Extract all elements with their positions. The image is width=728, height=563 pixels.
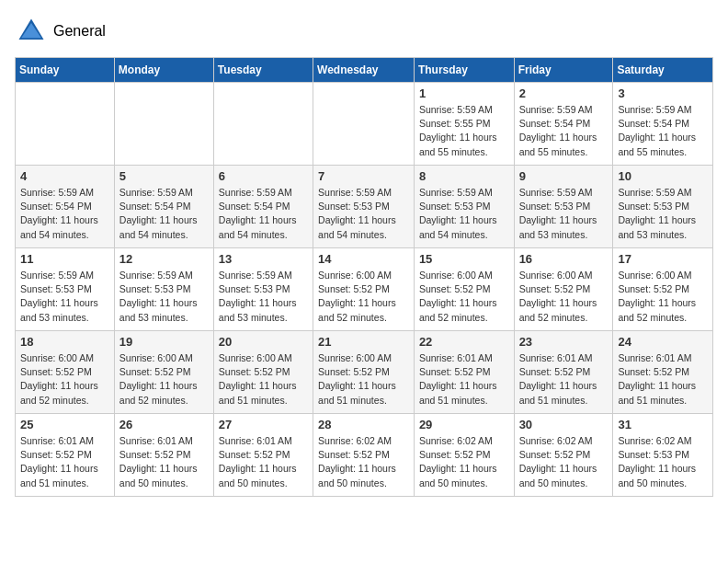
day-cell: 24 Sunrise: 6:01 AM Sunset: 5:52 PM Dayl…: [613, 331, 713, 414]
day-cell: 9 Sunrise: 5:59 AM Sunset: 5:53 PM Dayli…: [514, 166, 613, 248]
header-friday: Friday: [514, 58, 613, 83]
day-info: Sunrise: 6:00 AM Sunset: 5:52 PM Dayligh…: [219, 351, 308, 408]
day-info: Sunrise: 6:01 AM Sunset: 5:52 PM Dayligh…: [119, 434, 209, 490]
day-info: Sunrise: 6:00 AM Sunset: 5:52 PM Dayligh…: [519, 269, 609, 325]
day-number: 16: [519, 252, 609, 266]
day-cell: 30 Sunrise: 6:02 AM Sunset: 5:52 PM Dayl…: [514, 414, 613, 497]
day-info: Sunrise: 5:59 AM Sunset: 5:54 PM Dayligh…: [20, 186, 109, 242]
day-cell: 14 Sunrise: 6:00 AM Sunset: 5:52 PM Dayl…: [313, 248, 415, 331]
day-number: 6: [219, 169, 308, 183]
day-info: Sunrise: 6:01 AM Sunset: 5:52 PM Dayligh…: [519, 351, 609, 408]
day-number: 14: [318, 252, 409, 266]
day-info: Sunrise: 6:02 AM Sunset: 5:52 PM Dayligh…: [318, 434, 409, 490]
day-number: 11: [20, 252, 109, 266]
week-row-5: 25 Sunrise: 6:01 AM Sunset: 5:52 PM Dayl…: [16, 414, 713, 497]
day-cell: 8 Sunrise: 5:59 AM Sunset: 5:53 PM Dayli…: [414, 166, 514, 248]
day-cell: 6 Sunrise: 5:59 AM Sunset: 5:54 PM Dayli…: [213, 166, 313, 248]
day-number: 15: [419, 252, 509, 266]
day-info: Sunrise: 5:59 AM Sunset: 5:53 PM Dayligh…: [219, 269, 308, 325]
day-number: 25: [20, 418, 109, 431]
week-row-1: 1 Sunrise: 5:59 AM Sunset: 5:55 PM Dayli…: [16, 83, 713, 166]
header-thursday: Thursday: [414, 58, 514, 83]
day-cell: [114, 83, 213, 166]
day-cell: 21 Sunrise: 6:00 AM Sunset: 5:52 PM Dayl…: [313, 331, 415, 414]
day-number: 13: [219, 252, 308, 266]
day-number: 30: [519, 418, 609, 431]
logo: General: [15, 15, 106, 48]
day-cell: 4 Sunrise: 5:59 AM Sunset: 5:54 PM Dayli…: [16, 166, 115, 248]
header-saturday: Saturday: [613, 58, 713, 83]
day-number: 12: [119, 252, 209, 266]
day-number: 24: [618, 335, 708, 349]
day-info: Sunrise: 6:01 AM Sunset: 5:52 PM Dayligh…: [20, 434, 109, 490]
day-cell: 5 Sunrise: 5:59 AM Sunset: 5:54 PM Dayli…: [114, 166, 213, 248]
day-info: Sunrise: 6:00 AM Sunset: 5:52 PM Dayligh…: [20, 351, 109, 408]
day-cell: 19 Sunrise: 6:00 AM Sunset: 5:52 PM Dayl…: [114, 331, 213, 414]
day-info: Sunrise: 6:01 AM Sunset: 5:52 PM Dayligh…: [219, 434, 308, 490]
day-number: 20: [219, 335, 308, 349]
day-number: 23: [519, 335, 609, 349]
day-cell: 23 Sunrise: 6:01 AM Sunset: 5:52 PM Dayl…: [514, 331, 613, 414]
day-cell: 25 Sunrise: 6:01 AM Sunset: 5:52 PM Dayl…: [16, 414, 115, 497]
day-info: Sunrise: 5:59 AM Sunset: 5:54 PM Dayligh…: [119, 186, 209, 242]
calendar-table: SundayMondayTuesdayWednesdayThursdayFrid…: [15, 57, 713, 497]
day-info: Sunrise: 6:01 AM Sunset: 5:52 PM Dayligh…: [618, 351, 708, 408]
header-sunday: Sunday: [16, 58, 115, 83]
page-header: General: [15, 15, 713, 48]
day-cell: [313, 83, 415, 166]
week-row-2: 4 Sunrise: 5:59 AM Sunset: 5:54 PM Dayli…: [16, 166, 713, 248]
day-cell: 7 Sunrise: 5:59 AM Sunset: 5:53 PM Dayli…: [313, 166, 415, 248]
day-number: 21: [318, 335, 409, 349]
day-cell: 18 Sunrise: 6:00 AM Sunset: 5:52 PM Dayl…: [16, 331, 115, 414]
day-cell: 26 Sunrise: 6:01 AM Sunset: 5:52 PM Dayl…: [114, 414, 213, 497]
day-cell: 17 Sunrise: 6:00 AM Sunset: 5:52 PM Dayl…: [613, 248, 713, 331]
day-info: Sunrise: 6:01 AM Sunset: 5:52 PM Dayligh…: [419, 351, 509, 408]
day-number: 7: [318, 169, 409, 183]
day-number: 26: [119, 418, 209, 431]
day-number: 8: [419, 169, 509, 183]
day-number: 3: [618, 86, 708, 100]
day-cell: 12 Sunrise: 5:59 AM Sunset: 5:53 PM Dayl…: [114, 248, 213, 331]
day-info: Sunrise: 5:59 AM Sunset: 5:54 PM Dayligh…: [219, 186, 308, 242]
day-info: Sunrise: 6:00 AM Sunset: 5:52 PM Dayligh…: [419, 269, 509, 325]
day-cell: 28 Sunrise: 6:02 AM Sunset: 5:52 PM Dayl…: [313, 414, 415, 497]
day-number: 19: [119, 335, 209, 349]
day-info: Sunrise: 5:59 AM Sunset: 5:53 PM Dayligh…: [20, 269, 109, 325]
header-tuesday: Tuesday: [213, 58, 313, 83]
day-cell: 31 Sunrise: 6:02 AM Sunset: 5:53 PM Dayl…: [613, 414, 713, 497]
logo-text: General: [53, 23, 106, 40]
header-monday: Monday: [114, 58, 213, 83]
day-number: 4: [20, 169, 109, 183]
day-number: 27: [219, 418, 308, 431]
day-info: Sunrise: 6:00 AM Sunset: 5:52 PM Dayligh…: [318, 269, 409, 325]
day-cell: 1 Sunrise: 5:59 AM Sunset: 5:55 PM Dayli…: [414, 83, 514, 166]
day-cell: 16 Sunrise: 6:00 AM Sunset: 5:52 PM Dayl…: [514, 248, 613, 331]
day-number: 17: [618, 252, 708, 266]
logo-icon: [15, 15, 48, 48]
day-info: Sunrise: 6:02 AM Sunset: 5:52 PM Dayligh…: [419, 434, 509, 490]
day-info: Sunrise: 6:02 AM Sunset: 5:52 PM Dayligh…: [519, 434, 609, 490]
day-number: 5: [119, 169, 209, 183]
day-number: 2: [519, 86, 609, 100]
week-row-4: 18 Sunrise: 6:00 AM Sunset: 5:52 PM Dayl…: [16, 331, 713, 414]
logo-general: General: [53, 23, 106, 40]
day-info: Sunrise: 5:59 AM Sunset: 5:54 PM Dayligh…: [519, 103, 609, 159]
day-number: 10: [618, 169, 708, 183]
day-cell: 2 Sunrise: 5:59 AM Sunset: 5:54 PM Dayli…: [514, 83, 613, 166]
day-cell: 11 Sunrise: 5:59 AM Sunset: 5:53 PM Dayl…: [16, 248, 115, 331]
day-cell: 13 Sunrise: 5:59 AM Sunset: 5:53 PM Dayl…: [213, 248, 313, 331]
day-info: Sunrise: 5:59 AM Sunset: 5:54 PM Dayligh…: [618, 103, 708, 159]
day-info: Sunrise: 5:59 AM Sunset: 5:55 PM Dayligh…: [419, 103, 509, 159]
day-cell: 15 Sunrise: 6:00 AM Sunset: 5:52 PM Dayl…: [414, 248, 514, 331]
day-cell: [16, 83, 115, 166]
day-info: Sunrise: 5:59 AM Sunset: 5:53 PM Dayligh…: [618, 186, 708, 242]
day-info: Sunrise: 6:02 AM Sunset: 5:53 PM Dayligh…: [618, 434, 708, 490]
week-row-3: 11 Sunrise: 5:59 AM Sunset: 5:53 PM Dayl…: [16, 248, 713, 331]
day-cell: 10 Sunrise: 5:59 AM Sunset: 5:53 PM Dayl…: [613, 166, 713, 248]
day-info: Sunrise: 5:59 AM Sunset: 5:53 PM Dayligh…: [119, 269, 209, 325]
day-number: 22: [419, 335, 509, 349]
day-number: 28: [318, 418, 409, 431]
day-number: 18: [20, 335, 109, 349]
calendar-header-row: SundayMondayTuesdayWednesdayThursdayFrid…: [16, 58, 713, 83]
day-info: Sunrise: 5:59 AM Sunset: 5:53 PM Dayligh…: [419, 186, 509, 242]
